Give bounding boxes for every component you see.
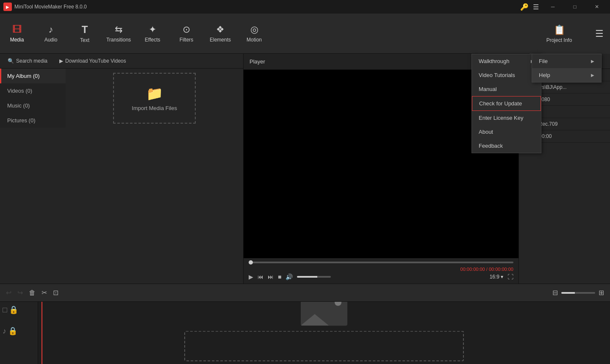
sidebar-nav: My Album (0) Videos (0) Music (0) Pictur…	[0, 69, 66, 128]
add-audio-track-button[interactable]: ♪ 🔒	[3, 326, 35, 336]
menu-item-enter-license[interactable]: Enter License Key	[472, 111, 541, 125]
toolbar-audio-label: Audio	[44, 37, 58, 43]
stop-button[interactable]: ■	[278, 273, 281, 280]
toolbar-filters-label: Filters	[180, 37, 194, 43]
sidebar-item-videos[interactable]: Videos (0)	[0, 83, 66, 98]
sidebar-item-music[interactable]: Music (0)	[0, 98, 66, 113]
menu-item-walkthrough[interactable]: Walkthrough ▶	[472, 54, 541, 68]
toolbar-filters[interactable]: ⊙ Filters	[169, 14, 203, 52]
toolbar-motion[interactable]: ◎ Motion	[237, 14, 271, 52]
transitions-icon: ⇆	[115, 24, 122, 35]
menu-item-help[interactable]: Help ▶	[532, 68, 601, 82]
cut-button[interactable]: ✂	[42, 289, 47, 297]
toolbar-project-info[interactable]: 📋 Project Info	[530, 15, 589, 53]
toolbar-transitions[interactable]: ⇆ Transitions	[102, 14, 136, 52]
lock-video-icon: 🔒	[9, 305, 18, 314]
fullscreen-button[interactable]: ⛶	[507, 273, 513, 280]
player-controls: 00:00:00:00 / 00:00:00:00 ▶ ⏮ ⏭ ■ 🔊 16:9…	[244, 258, 518, 284]
menu-item-file[interactable]: File ▶	[532, 54, 601, 68]
timeline-content: □ 🔒 ♪ 🔒 Drag and drop materials here to …	[0, 302, 610, 364]
sidebar-item-myalbum[interactable]: My Album (0)	[0, 69, 66, 83]
time-current: 00:00:00:00	[460, 267, 485, 272]
toolbar-text-label: Text	[80, 37, 89, 43]
timeline-drop-image	[301, 302, 347, 325]
toolbar-text[interactable]: T Text	[68, 14, 102, 52]
timeline-side-panel: □ 🔒 ♪ 🔒	[0, 302, 38, 364]
progress-thumb	[249, 260, 253, 265]
timeline: ↩ ↪ 🗑 ✂ ⊡ ⊟ ⊞ □ 🔒 ♪ 🔒 Drag and	[0, 284, 610, 364]
hamburger-icon: ☰	[595, 28, 604, 39]
help-arrow: ▶	[591, 73, 594, 77]
menu-item-check-update[interactable]: Check for Update	[472, 96, 541, 111]
file-arrow: ▶	[591, 59, 594, 63]
volume-slider[interactable]	[297, 276, 331, 278]
hamburger-menu[interactable]: ☰	[533, 3, 539, 11]
zoom-control: ⊟ ⊞	[552, 289, 604, 297]
zoom-out-button[interactable]: ⊟	[552, 289, 558, 297]
close-button[interactable]: ✕	[587, 0, 607, 14]
prev-frame-button[interactable]: ⏮	[258, 273, 263, 280]
add-audio-icon: ♪	[3, 327, 6, 336]
timeline-toolbar: ↩ ↪ 🗑 ✂ ⊡ ⊟ ⊞	[0, 284, 610, 302]
time-total: 00:00:00:00	[489, 267, 513, 272]
menu-item-feedback[interactable]: Feedback	[472, 139, 541, 153]
toolbar-elements-label: Elements	[210, 37, 231, 43]
menu-item-manual[interactable]: Manual	[472, 82, 541, 96]
player-title: Player	[250, 58, 265, 65]
menu-item-video-tutorials[interactable]: Video Tutorials	[472, 68, 541, 82]
crop-button[interactable]: ⊡	[53, 289, 58, 297]
audio-icon: ♪	[49, 24, 53, 35]
timeline-drop-zone: Drag and drop materials here to start cr…	[184, 302, 464, 364]
motion-icon: ◎	[250, 24, 258, 35]
add-video-track-button[interactable]: □ 🔒	[3, 305, 35, 314]
key-icon: 🔑	[520, 3, 529, 11]
toolbar-media-label: Media	[10, 37, 24, 43]
import-media-box[interactable]: 📁 Import Media Files	[113, 73, 196, 124]
aspect-ratio-select[interactable]: 16:9 ▾	[490, 274, 503, 280]
effects-icon: ✦	[149, 24, 156, 35]
toolbar-effects[interactable]: ✦ Effects	[136, 14, 169, 52]
toolbar: 🎞 Media ♪ Audio T Text ⇆ Transitions ✦ E…	[0, 14, 610, 54]
delete-button[interactable]: 🗑	[29, 289, 36, 297]
undo-button[interactable]: ↩	[6, 289, 11, 297]
download-youtube-label: Download YouTube Videos	[65, 58, 126, 64]
media-search-bar: 🔍 Search media ▶ Download YouTube Videos	[0, 54, 243, 69]
media-content-area: 📁 Import Media Files	[66, 69, 243, 128]
toolbar-elements[interactable]: ❖ Elements	[203, 14, 237, 52]
search-media-button[interactable]: 🔍 Search media	[4, 56, 51, 66]
zoom-slider[interactable]	[561, 292, 595, 294]
timeline-main-area: Drag and drop materials here to start cr…	[38, 302, 610, 364]
zoom-in-button[interactable]: ⊞	[599, 289, 604, 297]
menu-item-about[interactable]: About	[472, 125, 541, 139]
timeline-drop-box[interactable]	[184, 331, 464, 361]
sidebar-item-pictures[interactable]: Pictures (0)	[0, 113, 66, 128]
media-sidebar: My Album (0) Videos (0) Music (0) Pictur…	[0, 69, 243, 128]
left-panel: 🔍 Search media ▶ Download YouTube Videos…	[0, 54, 244, 284]
download-youtube-button[interactable]: ▶ Download YouTube Videos	[56, 56, 129, 66]
playhead	[42, 302, 42, 364]
play-button[interactable]: ▶	[249, 273, 253, 280]
toolbar-hamburger[interactable]: ☰	[589, 15, 610, 53]
search-media-label: Search media	[16, 58, 47, 64]
ratio-dropdown-arrow: ▾	[501, 274, 503, 280]
playback-controls: ▶ ⏮ ⏭ ■ 🔊 16:9 ▾ ⛶	[249, 273, 513, 280]
help-menu-dropdown: Walkthrough ▶ Video Tutorials Manual Che…	[471, 54, 541, 153]
app-title: MiniTool MovieMaker Free 8.0.0	[14, 4, 518, 10]
minimize-button[interactable]: ─	[543, 0, 563, 14]
toolbar-media[interactable]: 🎞 Media	[0, 14, 34, 52]
import-media-label: Import Media Files	[132, 105, 177, 111]
next-frame-button[interactable]: ⏭	[268, 273, 274, 280]
toolbar-project-info-label: Project Info	[546, 37, 572, 43]
media-icon: 🎞	[12, 24, 22, 35]
file-help-menu-dropdown: File ▶ Help ▶	[532, 54, 602, 83]
search-icon: 🔍	[8, 58, 14, 64]
add-video-icon: □	[3, 306, 7, 314]
volume-icon[interactable]: 🔊	[286, 273, 293, 280]
app-icon	[3, 3, 12, 11]
toolbar-audio[interactable]: ♪ Audio	[34, 14, 68, 52]
progress-bar[interactable]	[249, 262, 513, 263]
redo-button[interactable]: ↪	[17, 289, 23, 297]
toolbar-transitions-label: Transitions	[106, 37, 131, 43]
maximize-button[interactable]: □	[565, 0, 585, 14]
toolbar-effects-label: Effects	[145, 37, 160, 43]
